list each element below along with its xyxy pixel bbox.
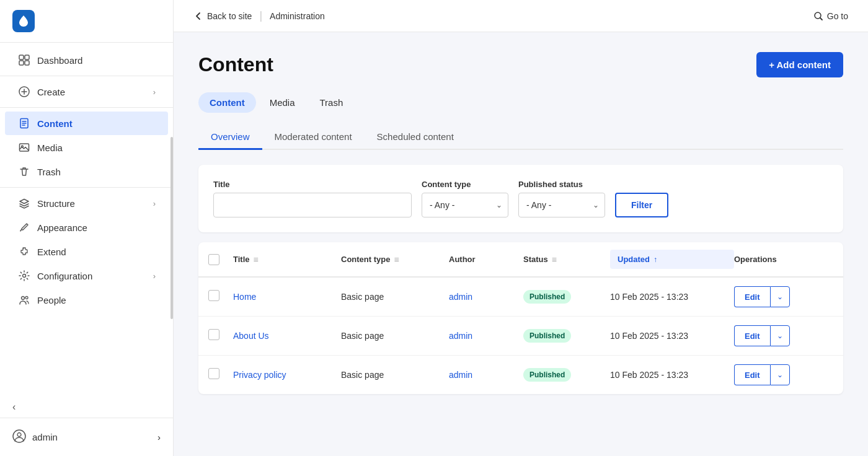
th-updated: Updated ↑	[610, 250, 734, 269]
app-logo-icon[interactable]	[12, 10, 35, 32]
settings-icon	[17, 270, 31, 281]
th-updated-label[interactable]: Updated	[618, 255, 650, 264]
content-type-select[interactable]: - Any - Basic page Article	[422, 193, 508, 217]
published-status-filter-label: Published status	[518, 180, 605, 189]
goto-button[interactable]: Go to	[813, 11, 848, 21]
sidebar-item-configuration[interactable]: Configuration ›	[5, 264, 168, 287]
sidebar: Dashboard Create › Content Media	[0, 0, 174, 456]
user-profile-item[interactable]: admin ›	[12, 424, 161, 450]
row-home-checkbox[interactable]	[208, 290, 219, 301]
sidebar-collapse-button[interactable]: ‹	[12, 401, 16, 413]
topbar: Back to site | Administration Go to	[174, 0, 868, 32]
row-home-status-badge: Published	[523, 290, 571, 304]
subtab-overview[interactable]: Overview	[198, 125, 262, 150]
filter-button[interactable]: Filter	[615, 193, 668, 217]
file-icon	[17, 118, 31, 129]
back-to-site-label: Back to site	[207, 11, 252, 21]
sidebar-logo	[0, 0, 173, 43]
row-home-status-cell: Published	[523, 290, 610, 304]
row-aboutus-author-link[interactable]: admin	[449, 331, 472, 341]
row-privacy-author-link[interactable]: admin	[449, 370, 472, 380]
user-label: admin	[32, 432, 58, 442]
sidebar-divider-2	[0, 107, 173, 108]
select-all-checkbox[interactable]	[208, 254, 219, 265]
sidebar-item-extend[interactable]: Extend	[5, 240, 168, 263]
th-operations-label: Operations	[734, 255, 777, 264]
svg-rect-3	[25, 61, 29, 65]
topbar-divider: |	[259, 9, 262, 22]
row-aboutus-status-cell: Published	[523, 329, 610, 343]
sidebar-item-structure-label: Structure	[37, 198, 75, 209]
sidebar-item-dashboard[interactable]: Dashboard	[5, 48, 168, 72]
row-privacy-status-badge: Published	[523, 368, 571, 382]
row-home-edit-dropdown-button[interactable]: ⌄	[770, 286, 790, 307]
image-icon	[17, 142, 31, 153]
row-home-edit-button[interactable]: Edit	[734, 286, 770, 307]
trash-icon	[17, 166, 31, 177]
th-checkbox	[208, 254, 233, 265]
published-status-select[interactable]: - Any - Published Unpublished	[518, 193, 605, 217]
row-privacy-status-cell: Published	[523, 368, 610, 382]
sidebar-item-media[interactable]: Media	[5, 136, 168, 159]
main-content: Back to site | Administration Go to Cont…	[174, 0, 868, 456]
topbar-admin-label: Administration	[270, 11, 325, 21]
published-status-select-wrapper: - Any - Published Unpublished ⌄	[518, 193, 605, 217]
page-content-area: Content + Add content Content Media Tras…	[174, 32, 868, 456]
svg-rect-2	[19, 61, 24, 65]
row-privacy-content-type-cell: Basic page	[341, 370, 449, 380]
row-aboutus-edit-group: Edit ⌄	[734, 325, 833, 346]
subtab-bar: Overview Moderated content Scheduled con…	[198, 125, 843, 150]
th-content-type-label: Content type	[341, 255, 390, 264]
back-to-site-button[interactable]: Back to site	[193, 11, 252, 21]
sidebar-item-content-label: Content	[37, 118, 73, 129]
row-aboutus-edit-button[interactable]: Edit	[734, 325, 770, 346]
row-privacy-title-link[interactable]: Privacy policy	[233, 370, 286, 380]
row-aboutus-edit-dropdown-button[interactable]: ⌄	[770, 325, 790, 346]
row-privacy-checkbox-cell	[208, 368, 233, 382]
tab-media[interactable]: Media	[259, 92, 306, 113]
th-status: Status ≡	[523, 255, 610, 265]
th-operations: Operations	[734, 255, 833, 264]
tab-content[interactable]: Content	[198, 92, 256, 113]
th-content-type-filter-icon[interactable]: ≡	[394, 255, 399, 265]
sidebar-item-appearance[interactable]: Appearance	[5, 216, 168, 239]
th-author: Author	[449, 255, 523, 264]
row-aboutus-status-badge: Published	[523, 329, 571, 343]
table-row: Privacy policy Basic page admin Publishe…	[198, 356, 843, 394]
row-aboutus-checkbox[interactable]	[208, 329, 219, 340]
sidebar-item-people[interactable]: People	[5, 288, 168, 312]
page-title: Content	[198, 53, 273, 76]
subtab-moderated[interactable]: Moderated content	[262, 125, 365, 150]
subtab-scheduled[interactable]: Scheduled content	[365, 125, 466, 150]
sidebar-item-dashboard-label: Dashboard	[37, 55, 82, 66]
sidebar-item-content[interactable]: Content	[5, 112, 168, 135]
row-aboutus-content-type-cell: Basic page	[341, 331, 449, 341]
svg-point-8	[23, 274, 26, 278]
main-tab-bar: Content Media Trash	[198, 92, 843, 113]
row-home-edit-group: Edit ⌄	[734, 286, 833, 307]
sidebar-item-trash[interactable]: Trash	[5, 160, 168, 183]
row-privacy-checkbox[interactable]	[208, 368, 219, 379]
sidebar-item-structure[interactable]: Structure ›	[5, 191, 168, 215]
table-row: Home Basic page admin Published 10 Feb 2…	[198, 278, 843, 317]
tab-trash[interactable]: Trash	[309, 92, 355, 113]
th-title-label: Title	[233, 255, 250, 264]
th-content-type: Content type ≡	[341, 255, 449, 265]
th-status-label: Status	[523, 255, 548, 264]
row-privacy-edit-button[interactable]: Edit	[734, 364, 770, 385]
row-home-updated-cell: 10 Feb 2025 - 13:23	[610, 292, 734, 302]
th-status-filter-icon[interactable]: ≡	[552, 255, 557, 265]
sidebar-item-create[interactable]: Create ›	[5, 80, 168, 103]
th-title-filter-icon[interactable]: ≡	[254, 255, 259, 265]
updated-sort-asc-icon[interactable]: ↑	[653, 255, 657, 264]
row-aboutus-title-link[interactable]: About Us	[233, 331, 269, 341]
row-home-title-link[interactable]: Home	[233, 292, 256, 302]
title-filter-input[interactable]	[213, 193, 412, 217]
plus-circle-icon	[17, 86, 31, 97]
sidebar-item-people-label: People	[37, 295, 66, 305]
row-privacy-edit-dropdown-button[interactable]: ⌄	[770, 364, 790, 385]
add-content-button[interactable]: + Add content	[756, 52, 843, 77]
row-home-content-type-cell: Basic page	[341, 292, 449, 302]
brush-icon	[17, 222, 31, 233]
row-home-author-link[interactable]: admin	[449, 292, 472, 302]
